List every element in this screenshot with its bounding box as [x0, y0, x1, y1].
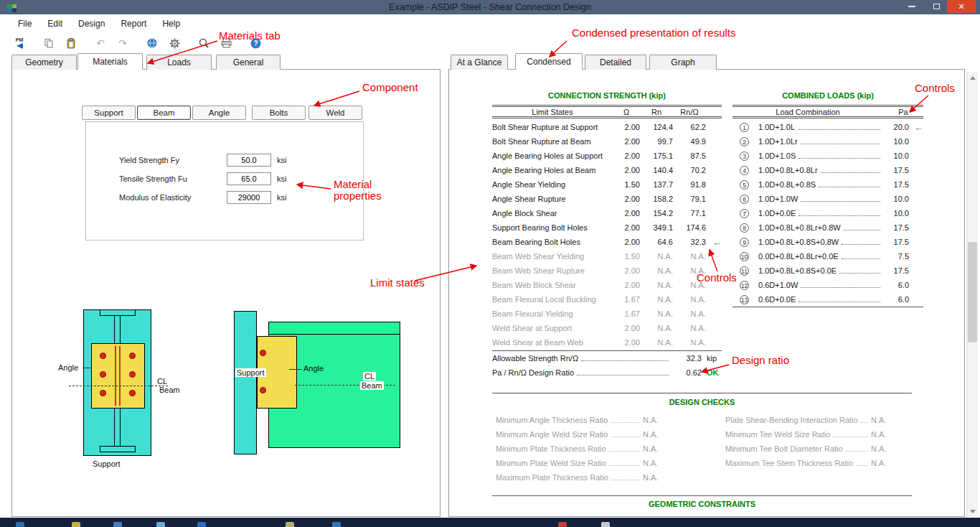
- limit-state-name: Beam Web Shear Rupture: [492, 266, 613, 275]
- tab-condensed[interactable]: Condensed: [515, 53, 583, 70]
- taskbar-icon[interactable]: [332, 522, 341, 527]
- taskbar-icon[interactable]: [197, 522, 206, 527]
- menu-report[interactable]: Report: [113, 19, 154, 29]
- modulus-row: Modulus of Elasticity ksi: [119, 191, 286, 204]
- gear-icon[interactable]: [166, 35, 182, 51]
- check-label: Minimum Tee Bolt Diameter Ratio: [725, 444, 843, 453]
- yield-strength-input[interactable]: [227, 154, 271, 167]
- undo-icon[interactable]: ↶: [93, 35, 108, 51]
- tensile-strength-input[interactable]: [227, 172, 271, 185]
- rn-value: 349.1: [640, 223, 673, 232]
- chevron-down-icon: [970, 510, 976, 513]
- combined-loads-section: COMBINED LOADS (kip) Load Combination Pa…: [732, 91, 923, 307]
- annotation-limit-states: Limit states: [370, 277, 425, 289]
- scrollbar[interactable]: [966, 72, 978, 517]
- menu-edit[interactable]: Edit: [39, 19, 70, 29]
- allowable-strength-unit: kip: [702, 354, 722, 363]
- support-label: Support: [93, 460, 121, 468]
- rn-value: 124.4: [640, 123, 673, 131]
- combo-label: 1.0D+0.8L+0.8Lr: [758, 166, 818, 174]
- tab-general[interactable]: General: [216, 55, 281, 70]
- rn-value: N.A.: [640, 309, 673, 318]
- col-rn: Rn: [640, 108, 673, 116]
- yield-strength-row: Yield Strength Fy ksi: [119, 154, 286, 167]
- combo-number-badge: 1: [740, 123, 749, 132]
- copy-icon[interactable]: [41, 35, 57, 51]
- tab-loads[interactable]: Loads: [146, 55, 212, 70]
- taskbar-icon[interactable]: [16, 522, 24, 527]
- bolt-icon: [260, 350, 266, 356]
- scroll-down-button[interactable]: [967, 505, 979, 517]
- limit-state-name: Beam Web Shear Yielding: [492, 252, 613, 261]
- right-tab-bar: At a Glance Condensed Detailed Graph: [448, 53, 717, 70]
- titlebar: Example - ASDIP Steel - Shear Connection…: [0, 0, 980, 14]
- maximize-button[interactable]: [925, 0, 947, 13]
- close-button[interactable]: ✕: [947, 0, 976, 13]
- scroll-up-button[interactable]: [967, 72, 979, 83]
- combo-number-badge: 11: [740, 266, 749, 276]
- limit-state-row: Beam Flexural Local Buckling 1.67 N.A. N…: [492, 292, 722, 307]
- scrollbar-thumb[interactable]: [968, 242, 977, 342]
- left-tab-bar: Geometry Materials Loads General: [11, 53, 281, 70]
- minimize-button[interactable]: [901, 0, 923, 13]
- load-combination-row: 12 0.6D+1.0W 6.0: [732, 278, 923, 292]
- dot-leader: [819, 182, 880, 187]
- redo-icon[interactable]: ↷: [115, 35, 131, 51]
- rn-value: 140.4: [640, 166, 673, 174]
- toolbar: PM ↶ ↷ ?: [0, 33, 980, 53]
- dot-leader: [609, 460, 640, 466]
- combo-number-badge: 12: [740, 281, 749, 290]
- taskbar-icon[interactable]: [601, 522, 610, 527]
- magnifier-icon[interactable]: [196, 35, 212, 51]
- pa-value: 17.5: [883, 223, 909, 232]
- limit-state-row: Beam Flexural Yielding 1.67 N.A. N.A.: [492, 307, 722, 321]
- limit-state-name: Bolt Shear Rupture at Beam: [492, 137, 613, 146]
- tab-geometry[interactable]: Geometry: [11, 55, 77, 70]
- rn-omega-value: N.A.: [673, 324, 706, 332]
- geometric-constraints-title: GEOMETRIC CONSTRAINTS: [492, 500, 912, 508]
- omega-value: 2.00: [613, 137, 640, 146]
- blue-globe-icon[interactable]: [144, 35, 160, 51]
- limit-state-name: Bolt Shear Rupture at Support: [492, 123, 613, 131]
- combo-label: 0.6D+1.0W: [758, 281, 798, 289]
- taskbar-icon[interactable]: [113, 522, 122, 527]
- taskbar-icon[interactable]: [558, 522, 567, 527]
- dot-leader: [801, 139, 880, 144]
- tab-detailed[interactable]: Detailed: [585, 55, 646, 70]
- check-value: N.A.: [643, 416, 664, 424]
- dot-leader: [844, 225, 880, 230]
- dot-leader: [821, 167, 880, 173]
- yield-strength-unit: ksi: [277, 156, 286, 164]
- loads-table-body: 1 1.0D+1.0L 20.0 ← 2 1.0D+1.0Lr 10.0 3: [732, 120, 923, 307]
- limit-state-name: Angle Bearing Holes at Beam: [492, 166, 613, 174]
- tab-graph[interactable]: Graph: [649, 55, 717, 70]
- taskbar-icon[interactable]: [156, 522, 165, 527]
- taskbar-icon[interactable]: [72, 522, 80, 527]
- load-combination-row: 6 1.0D+1.0W 10.0: [732, 192, 923, 206]
- component-tab-beam[interactable]: Beam: [137, 106, 191, 120]
- check-label: Minimum Plate Weld Size Ratio: [496, 459, 606, 467]
- pa-value: 7.5: [883, 252, 909, 261]
- menu-design[interactable]: Design: [70, 19, 113, 29]
- centerline-dash: [69, 386, 168, 386]
- modulus-input[interactable]: [227, 191, 271, 204]
- paste-icon[interactable]: [63, 35, 79, 51]
- pm-report-icon[interactable]: PM: [11, 35, 27, 51]
- col-omega: Ω: [613, 108, 640, 116]
- menu-file[interactable]: File: [10, 19, 39, 29]
- omega-value: 1.67: [613, 295, 640, 304]
- component-tab-weld[interactable]: Weld: [308, 106, 362, 120]
- pm-label: PM: [16, 37, 24, 42]
- design-ratio-row: Pa / Rn/Ω Design Ratio 0.62 OK: [492, 365, 722, 380]
- angle-pointer-line: [83, 368, 92, 368]
- tab-at-a-glance[interactable]: At a Glance: [451, 55, 508, 70]
- taskbar-icon[interactable]: [286, 522, 294, 527]
- menu-help[interactable]: Help: [154, 19, 188, 29]
- design-ratio-value: 0.62: [672, 368, 702, 377]
- component-tab-support[interactable]: Support: [82, 106, 136, 120]
- component-tab-angle[interactable]: Angle: [192, 106, 246, 120]
- component-tab-bolts[interactable]: Bolts: [252, 106, 306, 120]
- dot-leader: [801, 196, 880, 202]
- tab-materials[interactable]: Materials: [77, 53, 143, 70]
- design-check-row: Minimum Tee Weld Size Ratio N.A.: [725, 427, 892, 442]
